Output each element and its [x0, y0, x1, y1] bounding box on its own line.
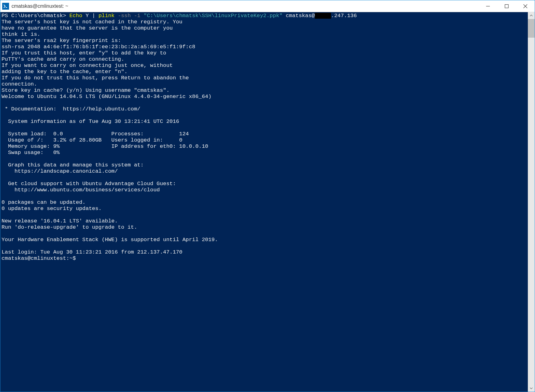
close-icon [523, 4, 528, 8]
output-line: think it is. [2, 31, 40, 37]
window-controls [479, 0, 535, 12]
cmd-pipe: | [92, 13, 98, 19]
output-line: https://landscape.canonical.com/ [2, 168, 118, 174]
output-line: System load: 0.0 Processes: 124 [2, 131, 189, 137]
redacted-ip: XXXXX [315, 13, 331, 19]
svg-rect-2 [505, 4, 509, 8]
output-line: Graph this data and manage this system a… [2, 162, 144, 168]
output-line: have no guarantee that the server is the… [2, 25, 173, 31]
output-line: Usage of /: 3.2% of 28.80GB Users logged… [2, 137, 182, 143]
scroll-up-button[interactable] [528, 12, 535, 19]
output-line: ssh-rsa 2048 a4:6e:f1:76:b5:1f:ee:23:bc:… [2, 44, 195, 50]
scroll-track[interactable] [528, 19, 535, 385]
maximize-button[interactable] [497, 0, 516, 12]
terminal-body: PS C:\Users\chmatsk> Echo Y | plink -ssh… [0, 12, 535, 392]
terminal-output[interactable]: PS C:\Users\chmatsk> Echo Y | plink -ssh… [0, 12, 528, 392]
minimize-button[interactable] [479, 0, 497, 12]
output-line: Last login: Tue Aug 30 11:23:21 2016 fro… [2, 249, 182, 255]
chevron-up-icon [530, 15, 533, 16]
output-line: Memory usage: 9% IP address for eth0: 10… [2, 143, 208, 149]
terminal-window: cmatskas@cmlinuxtest: ~ PS C:\Users\chma… [0, 0, 535, 392]
output-line: Store key in cache? (y/n) Using username… [2, 87, 169, 93]
scroll-down-button[interactable] [528, 385, 535, 392]
output-line: Run 'do-release-upgrade' to upgrade to i… [2, 224, 137, 230]
scroll-thumb[interactable] [528, 19, 535, 38]
cmd-flags: -ssh -i [118, 13, 144, 19]
prompt-ps: PS C:\Users\chmatsk> [2, 13, 69, 19]
output-line: 0 updates are security updates. [2, 206, 102, 212]
maximize-icon [504, 4, 509, 8]
cmd-userhost-pre: cmatskas@ [282, 13, 315, 19]
output-line: The server's host key is not cached in t… [2, 19, 182, 25]
output-line: * Documentation: https://help.ubuntu.com… [2, 106, 140, 112]
output-line: Get cloud support with Ubuntu Advantage … [2, 181, 176, 187]
cmd-keypath: "C:\Users\chmatsk\SSH\linuxPrivateKey2.p… [144, 13, 282, 19]
output-line: adding the key to the cache, enter "n". [2, 69, 127, 75]
minimize-icon [486, 4, 490, 8]
close-button[interactable] [516, 0, 535, 12]
output-line: Your Hardware Enablement Stack (HWE) is … [2, 237, 218, 243]
output-line: If you do not trust this host, press Ret… [2, 75, 189, 81]
output-line: 0 packages can be updated. [2, 199, 86, 205]
remote-prompt: cmatskas@cmlinuxtest:~$ [2, 255, 76, 261]
chevron-down-icon [530, 387, 533, 389]
titlebar[interactable]: cmatskas@cmlinuxtest: ~ [0, 0, 535, 12]
output-line: PuTTY's cache and carry on connecting. [2, 56, 124, 62]
cmd-userhost-post: .247.136 [331, 13, 357, 19]
output-line: The server's rsa2 key fingerprint is: [2, 38, 121, 44]
output-line: New release '16.04.1 LTS' available. [2, 218, 118, 224]
output-line: http://www.ubuntu.com/business/services/… [2, 187, 160, 193]
cmd-echo: Echo [69, 13, 82, 19]
vertical-scrollbar[interactable] [528, 12, 535, 392]
cmd-plink: plink [98, 13, 118, 19]
output-line: If you trust this host, enter "y" to add… [2, 50, 166, 56]
powershell-icon [2, 3, 9, 10]
window-title: cmatskas@cmlinuxtest: ~ [12, 3, 479, 9]
cmd-y: Y [82, 13, 92, 19]
output-line: Welcome to Ubuntu 14.04.5 LTS (GNU/Linux… [2, 94, 211, 100]
output-line: If you want to carry on connecting just … [2, 63, 173, 68]
output-line: System information as of Tue Aug 30 13:2… [2, 119, 179, 124]
output-line: Swap usage: 0% [2, 150, 60, 156]
output-line: connection. [2, 81, 37, 87]
